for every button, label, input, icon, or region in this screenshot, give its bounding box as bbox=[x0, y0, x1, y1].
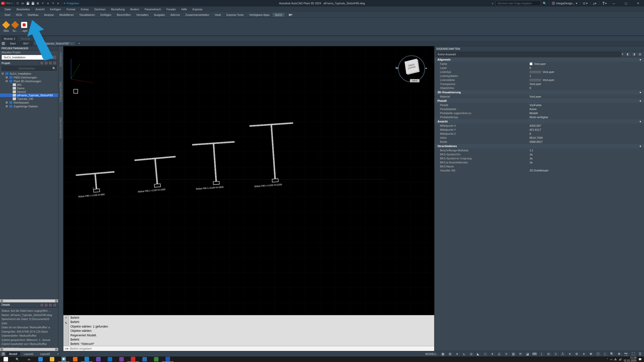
close-button[interactable]: ✕ bbox=[633, 0, 643, 6]
rtab-express[interactable]: Express Tools bbox=[224, 13, 246, 17]
support-2[interactable]: Stütze F80 L=1100 H=1000 bbox=[135, 156, 178, 193]
val-farbe[interactable]: VonLayer bbox=[528, 62, 644, 65]
menu-datei[interactable]: Datei bbox=[2, 7, 14, 11]
ucs-marker[interactable] bbox=[73, 89, 78, 94]
pm-ico1[interactable] bbox=[40, 61, 44, 65]
menu-extras[interactable]: Extras bbox=[78, 7, 91, 11]
selection-dropdown[interactable]: Keine Auswahl bbox=[436, 52, 621, 57]
status-monitor-icon[interactable]: 🖵 bbox=[595, 351, 601, 356]
menu-bemassung[interactable]: Bemaßung bbox=[109, 7, 127, 11]
tray-date[interactable]: 01.01.2025 bbox=[624, 359, 636, 362]
layout-1[interactable]: Layout1 bbox=[21, 352, 36, 356]
rtab-zusammen[interactable]: Zusammenarbeiten bbox=[183, 13, 212, 17]
tray-net-icon[interactable]: 🖧 bbox=[614, 358, 617, 361]
menu-aendern[interactable]: Ändern bbox=[128, 7, 142, 11]
tray-lang-icon[interactable]: ▭ bbox=[610, 358, 612, 361]
qa-saveas-icon[interactable]: 💾 bbox=[31, 1, 35, 5]
val-bkn[interactable] bbox=[528, 165, 644, 168]
cmd-tool-icon[interactable]: ✎ bbox=[65, 321, 67, 325]
ribbon-lock-button[interactable]: ...ager bbox=[20, 21, 28, 32]
cat-allgemein[interactable]: Allgemein▾ bbox=[434, 57, 644, 62]
qa-redo-icon[interactable]: ↷ bbox=[51, 1, 55, 5]
status-dd4-icon[interactable]: ▾ bbox=[581, 351, 587, 356]
rtab-verwalten[interactable]: Verwalten bbox=[134, 13, 151, 17]
rtab-einfuegen[interactable]: Einfügen bbox=[98, 13, 114, 17]
status-ortho-icon[interactable]: ⊾ bbox=[461, 351, 467, 356]
val-b[interactable]: 5968.8917 bbox=[528, 140, 644, 143]
val-my[interactable]: 421.6117 bbox=[528, 128, 644, 131]
task-view-icon[interactable]: ▭ bbox=[23, 356, 35, 362]
tray-chevron-icon[interactable]: ˄ bbox=[607, 358, 608, 361]
tree-hscroll[interactable] bbox=[0, 299, 58, 302]
qa-open-icon[interactable]: 🗁 bbox=[21, 1, 25, 5]
strip-orthogonal[interactable]: Orthogonale DWG bbox=[59, 81, 62, 102]
status-cam-icon[interactable]: 📷 bbox=[623, 351, 629, 356]
status-customize-icon[interactable]: ☰ bbox=[637, 351, 643, 356]
share-button[interactable]: ✈ Freigeben bbox=[63, 2, 79, 5]
tb-edge2-icon[interactable] bbox=[81, 356, 93, 362]
menu-express[interactable]: Express bbox=[190, 7, 205, 11]
tray-sound-icon[interactable]: 🔊 bbox=[619, 358, 622, 361]
menu-ansicht[interactable]: Ansicht bbox=[33, 7, 47, 11]
tb-app3-icon[interactable] bbox=[150, 356, 162, 362]
tree-001[interactable]: 001 bbox=[0, 83, 58, 86]
tb-chrome-icon[interactable] bbox=[58, 356, 69, 362]
pm-ico2[interactable] bbox=[44, 61, 48, 65]
rtab-modellieren[interactable]: Modellieren bbox=[57, 13, 76, 17]
menu-fenster[interactable]: Fenster bbox=[164, 7, 178, 11]
val-bsu[interactable]: Ja bbox=[528, 157, 644, 160]
doctab-001[interactable]: 001* bbox=[20, 41, 32, 46]
menu-hilfe[interactable]: Hilfe bbox=[179, 7, 189, 11]
project-select[interactable]: SuCri_Installation bbox=[2, 55, 46, 60]
status-model-label[interactable]: MODELL bbox=[423, 352, 439, 355]
wks-badge[interactable]: WKS bbox=[410, 79, 420, 82]
pm-ico4[interactable] bbox=[53, 61, 57, 65]
search-icon[interactable]: 🔍 bbox=[543, 2, 546, 5]
tray-time[interactable]: 21:58 bbox=[624, 356, 636, 359]
add-tab-button[interactable]: ＋ bbox=[77, 41, 82, 46]
rtab-sucri[interactable]: SuCri bbox=[273, 13, 285, 17]
val-mz[interactable]: 0 bbox=[528, 132, 644, 135]
module-tab-2[interactable]: Module 2 bbox=[1, 36, 18, 41]
status-plus-icon[interactable]: ✚ bbox=[588, 351, 594, 356]
apps-icon[interactable]: ◬▾ bbox=[593, 2, 596, 5]
status-iso-icon[interactable]: ◣ bbox=[475, 351, 481, 356]
taskbar-search-icon[interactable]: 🔍 bbox=[12, 356, 23, 362]
details-ico4[interactable] bbox=[53, 303, 57, 307]
strip-quelldateien[interactable]: Quelldateien bbox=[59, 52, 62, 66]
qa-print-icon[interactable]: 🖶 bbox=[36, 1, 40, 5]
pm-search-input[interactable] bbox=[2, 66, 52, 70]
qa-dd2-icon[interactable]: ▾ bbox=[56, 1, 60, 5]
status-fullscreen-icon[interactable]: ⛶ bbox=[630, 351, 636, 356]
ribbon-sucri-button[interactable]: Su... bbox=[11, 21, 19, 32]
menu-bearbeiten[interactable]: Bearbeiten bbox=[14, 7, 32, 11]
support-4[interactable]: Stütze F80 L=1100 H=2200 bbox=[250, 123, 297, 188]
tb-explorer-icon[interactable] bbox=[46, 356, 58, 362]
qa-undo-icon[interactable]: ↶ bbox=[41, 1, 45, 5]
pm-refresh-icon[interactable] bbox=[47, 55, 51, 60]
details-ico1[interactable] bbox=[40, 303, 44, 307]
tree-zug[interactable]: ⊞Zugehörige Dateien bbox=[0, 104, 58, 108]
minimize-button[interactable]: — bbox=[609, 0, 619, 6]
status-zoom-icon[interactable]: 🔍 bbox=[609, 351, 615, 356]
tb-edge-icon[interactable] bbox=[35, 356, 46, 362]
tree-root[interactable]: ⊟SuCri_Installation bbox=[0, 72, 58, 75]
tb-onenote-icon[interactable] bbox=[116, 356, 127, 362]
val-bja[interactable]: Ja bbox=[528, 161, 644, 164]
prop-tool2-icon[interactable]: ◨ bbox=[631, 52, 636, 57]
rtab-ausgabe[interactable]: Ausgabe bbox=[151, 13, 167, 17]
details-ico3[interactable] bbox=[49, 303, 52, 307]
rtab-start[interactable]: Start bbox=[2, 13, 13, 17]
status-scale-icon[interactable]: 𝙰 bbox=[552, 351, 558, 356]
rtab-addins[interactable]: Add-ins bbox=[168, 13, 182, 17]
prop-tool3-icon[interactable]: ▤ bbox=[637, 52, 642, 57]
qa-new-icon[interactable]: 🗋 bbox=[16, 1, 20, 5]
rtab-stahlbau[interactable]: Stahlbau bbox=[25, 13, 41, 17]
tray-notifications-icon[interactable]: 💬 bbox=[638, 358, 641, 361]
search-caret-icon[interactable]: ▸ bbox=[492, 2, 494, 5]
status-pan-icon[interactable]: ✥ bbox=[616, 351, 622, 356]
user-menu[interactable]: IntegaDesign...▾ bbox=[552, 2, 577, 5]
status-osnap-icon[interactable]: □ bbox=[482, 351, 488, 356]
module-tab-x[interactable]: Module .. bbox=[18, 36, 35, 41]
val-oh[interactable]: 0 bbox=[528, 86, 644, 89]
